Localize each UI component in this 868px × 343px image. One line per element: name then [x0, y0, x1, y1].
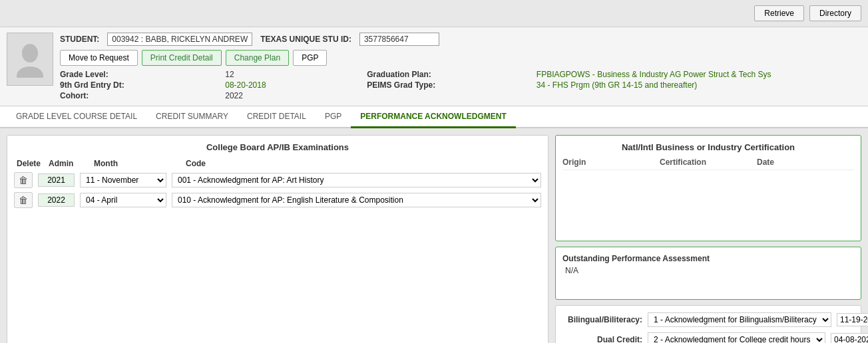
- grade-level-value: 12: [225, 70, 356, 79]
- entry-dt-label: 9th Grd Entry Dt:: [60, 80, 214, 90]
- natl-col-origin: Origin: [562, 158, 660, 167]
- dual-credit-select[interactable]: 2 - Acknowledgment for College credit ho…: [648, 332, 825, 343]
- main-content: College Board AP/IB Examinations Delete …: [0, 128, 868, 343]
- month-select-row2[interactable]: 01 - January 02 - February 03 - March 04…: [80, 193, 166, 207]
- month-select-row1[interactable]: 11 - November 01 - January 02 - February…: [80, 173, 166, 187]
- dual-credit-label: Dual Credit:: [562, 335, 642, 343]
- tab-pgp[interactable]: PGP: [316, 106, 351, 128]
- student-header: STUDENT: 003942 : BABB, RICKELYN ANDREW …: [0, 27, 868, 106]
- directory-button[interactable]: Directory: [809, 5, 861, 21]
- student-id-row: STUDENT: 003942 : BABB, RICKELYN ANDREW …: [60, 33, 861, 46]
- move-to-request-button[interactable]: Move to Request: [60, 50, 138, 66]
- pgp-button[interactable]: PGP: [293, 50, 327, 66]
- txid-value: 3577856647: [359, 33, 439, 46]
- col-delete-header: Delete: [17, 159, 43, 168]
- peims-label: PEIMS Grad Type:: [367, 80, 526, 90]
- svg-point-1: [17, 66, 43, 78]
- outstanding-value: N/A: [562, 266, 854, 275]
- table-row: 🗑 01 - January 02 - February 03 - March …: [14, 192, 541, 208]
- bilingual-row: Bilingual/Biliteracy: 1 - Acknowledgment…: [562, 312, 854, 327]
- col-code-header: Code: [186, 159, 541, 168]
- entry-dt-value: 08-20-2018: [225, 80, 356, 90]
- natl-col-date: Date: [757, 158, 854, 167]
- table-row: 🗑 11 - November 01 - January 02 - Februa…: [14, 172, 541, 188]
- right-panel: Natl/Intl Business or Industry Certifica…: [555, 135, 861, 343]
- grade-level-label: Grade Level:: [60, 70, 214, 79]
- tab-grade-level-course-detail[interactable]: GRADE LEVEL COURSE DETAIL: [7, 106, 146, 128]
- grad-plan-value: FPBIAGPOWS - Business & Industry AG Powe…: [537, 70, 861, 79]
- top-bar: Retrieve Directory: [0, 0, 868, 27]
- change-plan-button[interactable]: Change Plan: [226, 50, 289, 66]
- top-buttons: Retrieve Directory: [754, 5, 861, 21]
- outstanding-box: Outstanding Performance Assessment N/A: [555, 247, 861, 300]
- cohort-label: Cohort:: [60, 91, 214, 100]
- tabs: GRADE LEVEL COURSE DETAIL CREDIT SUMMARY…: [0, 106, 868, 128]
- tab-credit-summary[interactable]: CREDIT SUMMARY: [146, 106, 238, 128]
- dual-credit-row: Dual Credit: 2 - Acknowledgment for Coll…: [562, 332, 854, 343]
- bilingual-label: Bilingual/Biliteracy:: [562, 315, 642, 324]
- student-label: STUDENT:: [60, 35, 99, 44]
- grad-plan-label: Graduation Plan:: [367, 70, 526, 79]
- student-value: 003942 : BABB, RICKELYN ANDREW: [107, 33, 252, 46]
- code-select-row1[interactable]: 001 - Acknowledgment for AP: Art History…: [172, 173, 541, 187]
- avatar: [7, 33, 53, 86]
- svg-point-0: [22, 44, 38, 62]
- code-select-row2[interactable]: 001 - Acknowledgment for AP: Art History…: [172, 193, 541, 207]
- trash-icon: 🗑: [19, 195, 28, 205]
- year-field-row1[interactable]: [38, 173, 75, 187]
- col-month-header: Month: [94, 159, 180, 168]
- outstanding-title: Outstanding Performance Assessment: [562, 254, 854, 263]
- bilingual-date[interactable]: [837, 313, 868, 326]
- delete-button-row2[interactable]: 🗑: [14, 192, 33, 208]
- natl-title: Natl/Intl Business or Industry Certifica…: [562, 142, 854, 152]
- dual-credit-date[interactable]: [831, 333, 868, 343]
- peims-value: 34 - FHS Prgm (9th GR 14-15 and thereaft…: [537, 80, 861, 90]
- print-credit-detail-button[interactable]: Print Credit Detail: [142, 50, 222, 66]
- trash-icon: 🗑: [19, 175, 28, 185]
- bilingual-select[interactable]: 1 - Acknowledgment for Bilingualism/Bili…: [648, 312, 831, 327]
- left-panel: College Board AP/IB Examinations Delete …: [7, 135, 548, 343]
- tab-performance-acknowledgment[interactable]: PERFORMANCE ACKNOWLEDGMENT: [351, 106, 516, 128]
- natl-col-cert: Certification: [660, 158, 757, 167]
- natl-intl-box: Natl/Intl Business or Industry Certifica…: [555, 135, 861, 241]
- year-field-row2[interactable]: [38, 193, 75, 207]
- bottom-fields: Bilingual/Biliteracy: 1 - Acknowledgment…: [555, 305, 861, 343]
- action-buttons: Move to Request Print Credit Detail Chan…: [60, 50, 861, 66]
- left-panel-title: College Board AP/IB Examinations: [14, 142, 541, 152]
- student-details-grid: Grade Level: 12 Graduation Plan: FPBIAGP…: [60, 70, 861, 100]
- tab-credit-detail[interactable]: CREDIT DETAIL: [238, 106, 316, 128]
- col-admin-header: Admin: [49, 159, 89, 168]
- natl-cols: Origin Certification Date: [562, 158, 854, 170]
- column-headers: Delete Admin Month Code: [14, 159, 541, 168]
- cohort-value: 2022: [225, 91, 356, 100]
- txid-label: TEXAS UNIQUE STU ID:: [260, 35, 351, 44]
- retrieve-button[interactable]: Retrieve: [754, 5, 804, 21]
- delete-button-row1[interactable]: 🗑: [14, 172, 33, 188]
- student-info: STUDENT: 003942 : BABB, RICKELYN ANDREW …: [60, 33, 861, 100]
